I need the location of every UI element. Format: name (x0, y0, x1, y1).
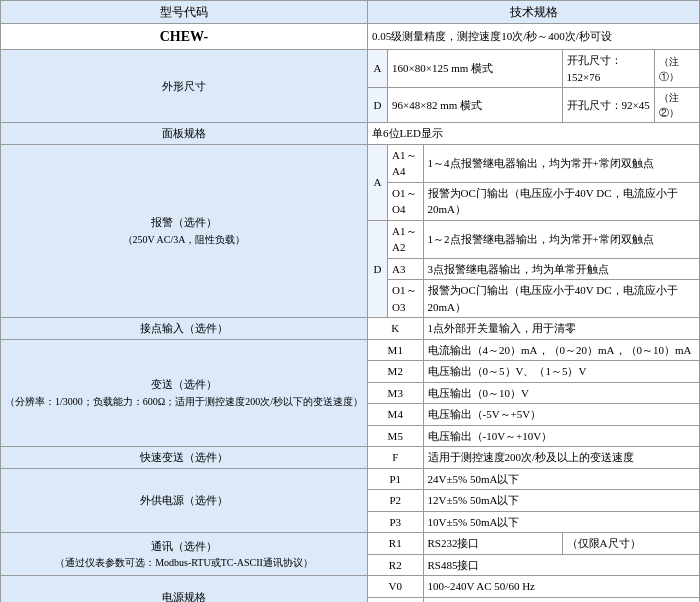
panel-row: 面板规格 单6位LED显示 (1, 123, 700, 145)
panel-label: 面板规格 (1, 123, 368, 145)
transmit-desc-m5: 电压输出（-10V～+10V） (423, 425, 700, 447)
fast-transmit-desc: 适用于测控速度200次/秒及以上的变送速度 (423, 447, 700, 469)
contact-input-row: 接点输入（选件） K 1点外部开关量输入，用于清零 (1, 318, 700, 340)
dim-desc-d: 96×48×82 mm 横式 (388, 88, 563, 123)
dim-sub-d: D (368, 88, 388, 123)
alarm-sub-a: A (368, 144, 388, 220)
power-supply-label: 外供电源（选件） (1, 468, 368, 533)
transmit-row-m1: 变送（选件） （分辨率：1/3000；负载能力：600Ω；适用于测控速度200次… (1, 339, 700, 361)
power-spec-row-v0: 电源规格 V0 100~240V AC 50/60 Hz (1, 576, 700, 598)
dim-footnote-a: （注①） (654, 50, 699, 88)
comms-code-r2: R2 (368, 554, 424, 576)
transmit-desc-m3: 电压输出（0～10）V (423, 382, 700, 404)
transmit-code-m3: M3 (368, 382, 424, 404)
chew-label: CHEW- (1, 24, 368, 50)
alarm-d-desc-3: 报警为OC门输出（电压应小于40V DC，电流应小于20mA） (423, 280, 700, 318)
dimension-label: 外形尺寸 (1, 50, 368, 123)
header-row: 型号代码 技术规格 (1, 1, 700, 24)
comms-code-r1: R1 (368, 533, 424, 555)
alarm-d-code-3: O1～O3 (388, 280, 423, 318)
comms-note-r1: （仅限A尺寸） (562, 533, 699, 555)
chew-spec: 0.05级测量精度，测控速度10次/秒～400次/秒可设 (368, 24, 700, 50)
dim-footnote-d: （注②） (654, 88, 699, 123)
alarm-sub-d: D (368, 220, 388, 318)
comms-desc-r1: RS232接口 (423, 533, 562, 555)
comms-row-r1: 通讯（选件） （通过仪表参数可选：Modbus-RTU或TC-ASCII通讯协议… (1, 533, 700, 555)
ps-code-p3: P3 (368, 511, 424, 533)
ps-desc-p3: 10V±5% 50mA以下 (423, 511, 700, 533)
alarm-d-desc-1: 1～2点报警继电器输出，均为常开+常闭双触点 (423, 220, 700, 258)
comms-label: 通讯（选件） （通过仪表参数可选：Modbus-RTU或TC-ASCII通讯协议… (1, 533, 368, 576)
alarm-d-code-2: A3 (388, 258, 423, 280)
alarm-a-desc-2: 报警为OC门输出（电压应小于40V DC，电流应小于20mA） (423, 182, 700, 220)
contact-label: 接点输入（选件） (1, 318, 368, 340)
pspec-desc-v0: 100~240V AC 50/60 Hz (423, 576, 700, 598)
alarm-row-a-1: 报警（选件） （250V AC/3A，阻性负载） A A1～A4 1～4点报警继… (1, 144, 700, 182)
alarm-a-code-2: O1～O4 (388, 182, 423, 220)
pspec-code-v1: V1 (368, 597, 424, 602)
contact-code: K (368, 318, 424, 340)
comms-desc-r2: RS485接口 (423, 554, 700, 576)
fast-transmit-label: 快速变送（选件） (1, 447, 368, 469)
ps-desc-p2: 12V±5% 50mA以下 (423, 490, 700, 512)
dim-note-d: 开孔尺寸：92×45 (562, 88, 654, 123)
header-col2: 技术规格 (368, 1, 700, 24)
pspec-desc-v1: 10-24V AC 50/60 Hz；10-24V DC (423, 597, 700, 602)
panel-spec: 单6位LED显示 (368, 123, 700, 145)
pspec-code-v0: V0 (368, 576, 424, 598)
transmit-code-m2: M2 (368, 361, 424, 383)
chew-row: CHEW- 0.05级测量精度，测控速度10次/秒～400次/秒可设 (1, 24, 700, 50)
alarm-d-desc-2: 3点报警继电器输出，均为单常开触点 (423, 258, 700, 280)
contact-desc: 1点外部开关量输入，用于清零 (423, 318, 700, 340)
header-col1: 型号代码 (1, 1, 368, 24)
fast-transmit-row: 快速变送（选件） F 适用于测控速度200次/秒及以上的变送速度 (1, 447, 700, 469)
power-supply-row-p1: 外供电源（选件） P1 24V±5% 50mA以下 (1, 468, 700, 490)
transmit-code-m1: M1 (368, 339, 424, 361)
ps-code-p1: P1 (368, 468, 424, 490)
transmit-desc-m2: 电压输出（0～5）V、（1～5）V (423, 361, 700, 383)
dim-desc-a: 160×80×125 mm 横式 (388, 50, 563, 88)
alarm-a-code-1: A1～A4 (388, 144, 423, 182)
transmit-code-m5: M5 (368, 425, 424, 447)
transmit-label: 变送（选件） （分辨率：1/3000；负载能力：600Ω；适用于测控速度200次… (1, 339, 368, 447)
dim-note-a: 开孔尺寸：152×76 (562, 50, 654, 88)
transmit-code-m4: M4 (368, 404, 424, 426)
ps-desc-p1: 24V±5% 50mA以下 (423, 468, 700, 490)
alarm-label: 报警（选件） （250V AC/3A，阻性负载） (1, 144, 368, 318)
dimension-row-a: 外形尺寸 A 160×80×125 mm 横式 开孔尺寸：152×76 （注①） (1, 50, 700, 88)
alarm-d-code-1: A1～A2 (388, 220, 423, 258)
power-spec-label: 电源规格 (1, 576, 368, 603)
ps-code-p2: P2 (368, 490, 424, 512)
fast-transmit-code: F (368, 447, 424, 469)
transmit-desc-m1: 电流输出（4～20）mA，（0～20）mA，（0～10）mA (423, 339, 700, 361)
transmit-desc-m4: 电压输出（-5V～+5V） (423, 404, 700, 426)
alarm-a-desc-1: 1～4点报警继电器输出，均为常开+常闭双触点 (423, 144, 700, 182)
dim-sub-a: A (368, 50, 388, 88)
